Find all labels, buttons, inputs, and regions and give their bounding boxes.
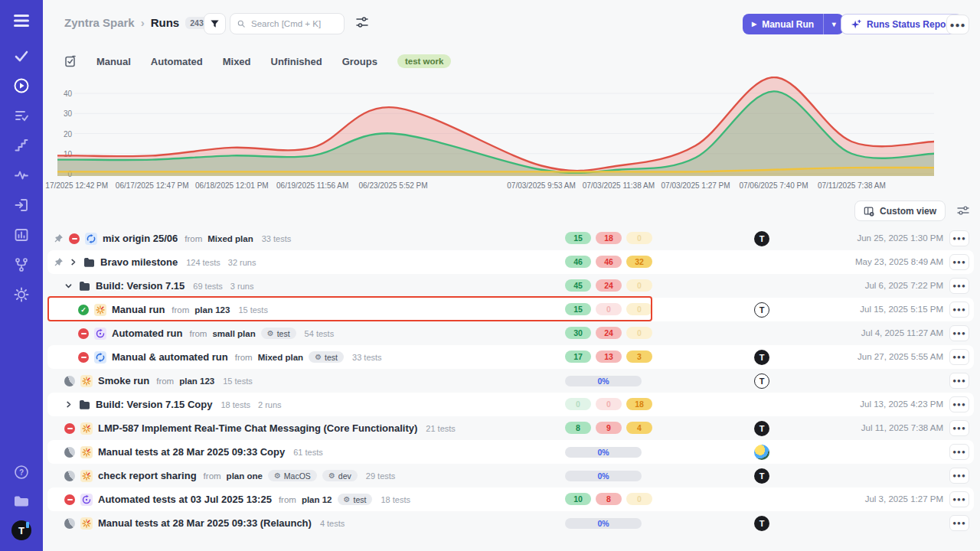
run-row[interactable]: Smoke runfromplan 12315 tests0%T●●● [47,369,974,393]
row-more-button[interactable]: ●●● [949,302,969,318]
help-icon[interactable]: ? [11,462,31,482]
row-more-button[interactable]: ●●● [949,278,969,294]
run-row[interactable]: Manual tests at 28 Mar 2025 09:33 Copy61… [47,440,974,464]
projects-icon[interactable] [11,491,31,511]
imports-icon[interactable] [11,195,31,215]
run-meta: 33 tests [262,234,292,243]
runs-table: mix origin 25/06fromMixed plan33 tests15… [47,227,974,535]
status-pending-icon [64,518,75,529]
from-label: from [172,305,189,315]
tab-groups[interactable]: Groups [342,56,377,67]
filter-tag-test-work[interactable]: test work [397,54,452,68]
row-more-button[interactable]: ●●● [949,515,969,531]
tab-unfinished[interactable]: Unfinished [271,56,322,67]
gear-icon: ⚙ [267,329,274,337]
row-more-button[interactable]: ●●● [949,444,969,460]
gear-icon: ⚙ [274,471,281,480]
run-name: mix origin 25/06 [103,233,178,244]
row-more-button[interactable]: ●●● [949,254,969,270]
user-avatar[interactable]: T [11,520,31,540]
run-row[interactable]: mix origin 25/06fromMixed plan33 tests15… [47,227,974,250]
run-row[interactable]: Automated tests at 03 Jul 2025 13:25from… [47,487,974,511]
row-more-button[interactable]: ●●● [949,468,969,484]
run-date: Jun 25, 2025 1:30 PM [857,233,943,243]
run-name: LMP-587 Implement Real-Time Chat Messagi… [98,422,417,434]
manual-run-icon [80,517,93,530]
progress-bar: 0% [565,471,642,481]
milestones-icon[interactable] [11,135,31,155]
tag-chip: ⚙MacOS [268,470,317,481]
from-label: from [204,471,221,481]
tab-automated[interactable]: Automated [151,56,203,67]
chevron-right-icon[interactable] [64,400,74,409]
settings-icon[interactable] [11,285,31,305]
run-name: Build: Version 7.15 [96,280,185,292]
search-input[interactable] [250,18,337,29]
chevron-down-icon[interactable] [64,282,74,291]
badge-yellow: 32 [626,256,652,268]
run-row[interactable]: Build: Version 7.15 Copy18 tests2 runs00… [47,393,974,416]
badge-green: 45 [565,279,591,292]
tab-manual[interactable]: Manual [96,56,131,67]
row-more-button[interactable]: ●●● [949,230,969,246]
breadcrumb-project[interactable]: Zyntra Spark [64,16,135,29]
result-badges: 0018 [565,398,652,410]
run-row[interactable]: ✓Manual runfromplan 12315 tests1500TJul … [47,298,974,321]
badge-yellow: 0 [626,327,652,339]
folder-icon [79,281,90,291]
branches-icon[interactable] [11,255,31,275]
view-sliders-icon[interactable] [957,205,969,219]
run-row[interactable]: Manual & automated runfromMixed plan⚙tes… [47,345,974,369]
runs-icon[interactable] [11,76,31,96]
row-more-button[interactable]: ●●● [949,325,969,341]
run-row[interactable]: Manual tests at 28 Mar 2025 09:33 (Relau… [47,511,974,535]
badge-red: 13 [596,350,622,363]
tag-chip: ⚙test [309,351,344,363]
pin-icon [54,257,64,267]
x-axis-tick: 07/03/2025 1:27 PM [662,181,730,190]
assignee-avatar: T [754,373,769,389]
run-row[interactable]: check report sharingfromplan one⚙MacOS⚙d… [47,464,974,487]
manual-run-button[interactable]: ▶Manual Run ▾ [743,14,844,34]
row-more-button[interactable]: ●●● [949,349,969,365]
menu-icon[interactable] [11,11,31,31]
tag-chip: ⚙test [338,494,373,505]
adjustments-icon[interactable] [356,17,368,31]
runs-trend-chart: 010203040 17/2025 12:42 PM06/17/2025 12:… [43,73,980,193]
run-meta: 33 tests [352,353,382,362]
tab-mixed[interactable]: Mixed [223,56,251,67]
run-row[interactable]: Build: Version 7.1569 tests3 runs45240Ju… [47,274,974,298]
progress-bar: 0% [565,376,642,386]
run-meta: 124 tests32 runs [186,258,256,267]
run-row[interactable]: Bravo milestone124 tests32 runs464632May… [47,250,974,274]
row-more-button[interactable]: ●●● [949,396,969,412]
row-more-button[interactable]: ●●● [949,373,969,389]
search-box[interactable] [230,13,345,34]
run-date: Jul 6, 2025 7:22 PM [865,281,943,290]
header-more-button[interactable]: ●●● [946,15,969,34]
row-more-button[interactable]: ●●● [949,420,969,436]
run-row[interactable]: Automated runfromsmall plan⚙test54 tests… [47,321,974,345]
custom-view-button[interactable]: Custom view [854,201,946,221]
x-axis-tick: 06/23/2025 5:52 PM [358,181,427,190]
view-bar: Custom view [43,201,980,222]
assignee-avatar: T [754,231,769,246]
run-name: Manual run [112,304,165,315]
run-name: Smoke run [98,375,149,386]
tab-bar: ManualAutomatedMixedUnfinishedGroups tes… [64,54,451,68]
runs-status-report-button[interactable]: Runs Status Report [841,14,962,34]
run-date: Jul 15, 2025 5:15 PM [860,305,943,314]
test-cases-icon[interactable] [11,106,31,126]
svg-text:?: ? [19,468,24,477]
mixed-run-icon [94,351,106,364]
chevron-right-icon[interactable] [69,258,78,267]
run-list-icon[interactable] [64,55,77,67]
sparkles-icon [851,19,861,30]
row-more-button[interactable]: ●●● [949,491,969,507]
run-row[interactable]: LMP-587 Implement Real-Time Chat Messagi… [47,416,974,440]
activity-icon[interactable] [11,165,31,185]
manual-run-icon [80,470,93,482]
reports-icon[interactable] [11,225,31,245]
tasks-icon[interactable] [11,46,31,66]
filter-button[interactable] [204,13,226,34]
